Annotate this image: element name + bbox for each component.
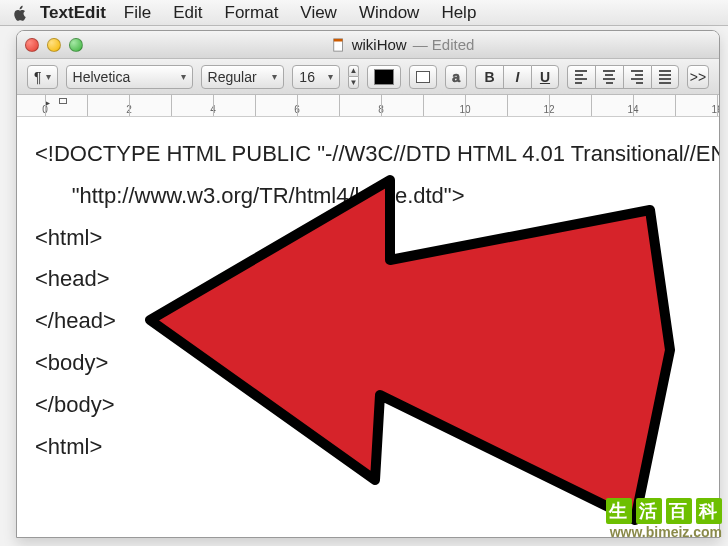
zoom-button[interactable] <box>69 38 83 52</box>
svg-rect-1 <box>333 38 342 41</box>
watermark-cn: 生 活 百 科 <box>606 498 722 524</box>
font-size-value: 16 <box>299 69 315 85</box>
document-line: <head> <box>35 266 110 291</box>
align-left-icon <box>575 70 587 84</box>
document-line: <html> <box>35 434 102 459</box>
align-right-button[interactable] <box>623 65 651 89</box>
document-line: <html> <box>35 225 102 250</box>
paragraph-style-button[interactable]: ¶▾ <box>27 65 58 89</box>
document-editor[interactable]: <!DOCTYPE HTML PUBLIC "-//W3C//DTD HTML … <box>17 117 719 537</box>
close-button[interactable] <box>25 38 39 52</box>
chevron-down-icon: ▾ <box>272 71 277 82</box>
font-size-select[interactable]: 16 ▾ <box>292 65 339 89</box>
menu-edit[interactable]: Edit <box>173 3 202 23</box>
style-group: B I U <box>475 65 559 89</box>
font-family-value: Helvetica <box>73 69 131 85</box>
letter-a-icon: a <box>452 69 460 85</box>
apple-logo-icon[interactable] <box>8 2 30 24</box>
titlebar: wikiHow — Edited <box>17 31 719 59</box>
ruler-tick-label: 16 <box>711 104 720 115</box>
window-title: wikiHow <box>352 36 407 53</box>
color-swatch-icon <box>374 69 394 85</box>
ruler-marks: 0 2 4 6 8 10 12 14 16 <box>41 95 719 116</box>
italic-button[interactable]: I <box>503 65 531 89</box>
align-group <box>567 65 679 89</box>
chevron-down-icon: ▾ <box>328 71 333 82</box>
font-style-value: Regular <box>208 69 257 85</box>
underline-button[interactable]: U <box>531 65 559 89</box>
document-line: </head> <box>35 308 116 333</box>
menu-file[interactable]: File <box>124 3 151 23</box>
font-size-stepper[interactable]: ▲ ▼ <box>348 65 360 89</box>
align-center-button[interactable] <box>595 65 623 89</box>
bold-button[interactable]: B <box>475 65 503 89</box>
menu-format[interactable]: Format <box>225 3 279 23</box>
stepper-down-icon[interactable]: ▼ <box>348 76 360 89</box>
title-center: wikiHow — Edited <box>95 36 711 53</box>
menu-help[interactable]: Help <box>441 3 476 23</box>
chevron-down-icon: ▾ <box>46 71 51 82</box>
watermark-url: www.bimeiz.com <box>606 524 722 540</box>
document-line: <!DOCTYPE HTML PUBLIC "-//W3C//DTD HTML … <box>35 141 719 166</box>
toolbar-overflow-button[interactable]: >> <box>687 65 709 89</box>
format-toolbar: ¶▾ Helvetica ▾ Regular ▾ 16 ▾ ▲ ▼ a B I … <box>17 59 719 95</box>
text-background-button[interactable] <box>409 65 437 89</box>
ruler[interactable]: ▸ 0 2 4 6 8 10 12 14 16 <box>17 95 719 117</box>
app-name[interactable]: TextEdit <box>40 3 106 23</box>
document-line: </body> <box>35 392 115 417</box>
document-window: wikiHow — Edited ¶▾ Helvetica ▾ Regular … <box>16 30 720 538</box>
align-justify-icon <box>659 70 671 84</box>
menu-view[interactable]: View <box>300 3 337 23</box>
document-line: "http://www.w3.org/TR/html4/loose.dtd"> <box>35 183 465 208</box>
stepper-up-icon[interactable]: ▲ <box>348 65 360 77</box>
document-line: <body> <box>35 350 108 375</box>
font-style-select[interactable]: Regular ▾ <box>201 65 285 89</box>
chevron-down-icon: ▾ <box>181 71 186 82</box>
menubar: TextEdit File Edit Format View Window He… <box>0 0 728 26</box>
paragraph-icon: ¶ <box>34 69 42 85</box>
align-center-icon <box>603 70 615 84</box>
document-icon <box>332 38 346 52</box>
window-controls <box>25 38 83 52</box>
menu-window[interactable]: Window <box>359 3 419 23</box>
align-justify-button[interactable] <box>651 65 679 89</box>
color-swatch-button[interactable] <box>367 65 401 89</box>
font-family-select[interactable]: Helvetica ▾ <box>66 65 193 89</box>
window-subtitle: — Edited <box>413 36 475 53</box>
text-foreground-button[interactable]: a <box>445 65 467 89</box>
watermark: 生 活 百 科 www.bimeiz.com <box>606 498 722 540</box>
box-icon <box>416 71 430 83</box>
minimize-button[interactable] <box>47 38 61 52</box>
align-left-button[interactable] <box>567 65 595 89</box>
align-right-icon <box>631 70 643 84</box>
